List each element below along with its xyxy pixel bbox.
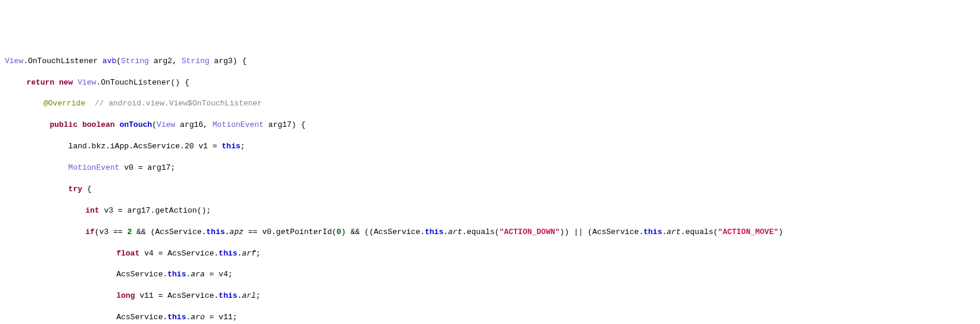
code-line: public boolean onTouch(View arg16, Motio…: [5, 120, 975, 130]
code-line: AcsService.this.ara = v4;: [5, 269, 975, 280]
code-line: View.OnTouchListener avb(String arg2, St…: [5, 56, 975, 67]
code-line: float v4 = AcsService.this.arf;: [5, 248, 975, 259]
code-line: land.bkz.iApp.AcsService.20 v1 = this;: [5, 141, 975, 152]
code-line: MotionEvent v0 = arg17;: [5, 163, 975, 173]
code-line: @Override // android.view.View$OnTouchLi…: [5, 98, 975, 109]
code-line: long v11 = AcsService.this.arl;: [5, 291, 975, 301]
code-block: View.OnTouchListener avb(String arg2, St…: [5, 45, 975, 324]
code-line: return new View.OnTouchListener() {: [5, 77, 975, 88]
code-line: AcsService.this.aro = v11;: [5, 312, 975, 323]
code-line: try {: [5, 184, 975, 195]
code-line: if(v3 == 2 && (AcsService.this.apz == v0…: [5, 227, 975, 238]
code-line: int v3 = arg17.getAction();: [5, 205, 975, 216]
